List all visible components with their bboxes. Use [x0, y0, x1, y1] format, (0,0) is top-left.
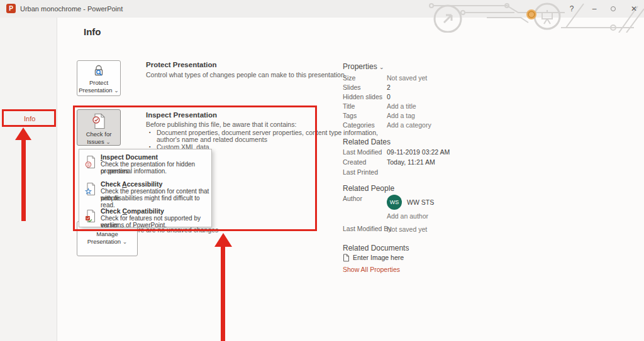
check-compatibility-icon	[84, 209, 97, 223]
protect-section-description: Control what types of changes people can…	[146, 71, 347, 78]
menu-item-inspect-document[interactable]: Inspect Document Check the presentation …	[79, 153, 211, 178]
sidebar-item-info[interactable]: Info	[24, 115, 35, 122]
protect-button-label: Presentation	[79, 87, 112, 94]
annotation-arrowhead-up	[214, 233, 232, 247]
inspect-section-heading: Inspect Presentation	[146, 111, 217, 119]
property-value: 0	[387, 93, 391, 100]
check-for-issues-button[interactable]: Check for Issues ⌄	[77, 109, 121, 146]
protect-presentation-button[interactable]: Protect Presentation ⌄	[77, 60, 121, 96]
chevron-down-icon: ⌄	[114, 87, 119, 94]
last-modified-by-label: Last Modified By	[343, 225, 392, 232]
property-value: 2	[387, 84, 391, 91]
date-value: 09-11-2019 03:22 AM	[387, 148, 450, 156]
date-label: Created	[343, 158, 366, 166]
author-name: WW STS	[407, 198, 434, 206]
property-value: Not saved yet	[387, 74, 427, 82]
properties-header[interactable]: Properties ⌄	[343, 62, 384, 71]
protect-section-heading: Protect Presentation	[146, 61, 216, 68]
close-button[interactable]: ✕	[627, 0, 641, 18]
property-value-add-tag[interactable]: Add a tag	[387, 112, 415, 119]
check-issues-button-label: Check for	[86, 131, 112, 138]
last-modified-by-value: Not saved yet	[387, 225, 427, 233]
menu-item-title: Check Compatibility	[101, 207, 164, 215]
property-label: Slides	[343, 84, 361, 91]
inspect-bullet-text: author's name and related documents	[157, 136, 267, 143]
property-value-add-title[interactable]: Add a title	[387, 102, 416, 110]
check-for-issues-menu: Inspect Document Check the presentation …	[79, 149, 212, 227]
maximize-button[interactable]	[611, 6, 616, 11]
chevron-down-icon: ⌄	[106, 139, 111, 145]
date-value: Today, 11:21 AM	[387, 158, 435, 166]
check-issues-button-label: Issues	[87, 138, 104, 145]
inspect-document-icon	[84, 155, 97, 169]
titlebar: P Urban monochrome - PowerPoint	[0, 0, 644, 18]
chevron-down-icon: ⌄	[123, 239, 128, 245]
property-label: Hidden slides	[343, 93, 382, 100]
property-label: Categories	[343, 121, 375, 129]
manage-button-label: Presentation	[87, 238, 121, 245]
bullet-icon: ▪	[149, 144, 150, 149]
menu-item-title: Check Accessibility	[101, 180, 162, 188]
minimize-button[interactable]: –	[587, 0, 601, 18]
related-dates-header: Related Dates	[343, 138, 391, 146]
property-value-add-category[interactable]: Add a category	[387, 121, 431, 129]
related-document-link[interactable]: Enter Image here	[353, 254, 404, 261]
check-accessibility-icon	[84, 182, 97, 196]
menu-item-check-accessibility[interactable]: Check Accessibility Check the presentati…	[79, 180, 211, 205]
date-label: Last Printed	[343, 168, 378, 176]
menu-item-description: or personal information.	[101, 168, 167, 175]
menu-item-description: versions of PowerPoint.	[101, 222, 167, 229]
document-icon	[343, 254, 350, 262]
author-avatar[interactable]: WS	[387, 195, 402, 210]
related-documents-header: Related Documents	[343, 244, 409, 252]
property-label: Title	[343, 102, 355, 110]
menu-item-title: Inspect Document	[101, 153, 158, 161]
show-all-properties-link[interactable]: Show All Properties	[343, 266, 400, 273]
add-author-field[interactable]: Add an author	[387, 212, 428, 220]
protect-button-label: Protect	[89, 79, 108, 86]
property-label: Tags	[343, 112, 357, 119]
help-button[interactable]: ?	[565, 0, 579, 18]
powerpoint-backstage-info: P Urban monochrome - PowerPoint ? – ✕	[0, 0, 644, 341]
backstage-sidebar	[0, 18, 57, 341]
author-label: Author	[343, 195, 362, 202]
protect-lock-icon	[92, 64, 106, 78]
annotation-arrow-shaft	[221, 246, 225, 341]
page-title: Info	[84, 26, 101, 37]
chevron-down-icon: ⌄	[379, 64, 384, 70]
related-people-header: Related People	[343, 184, 394, 193]
property-label: Size	[343, 74, 355, 82]
inspect-section-intro: Before publishing this file, be aware th…	[146, 121, 296, 128]
menu-item-check-compatibility[interactable]: Check Compatibility Check for features n…	[79, 207, 211, 232]
powerpoint-app-icon: P	[6, 4, 16, 13]
check-for-issues-icon	[91, 113, 106, 129]
date-label: Last Modified	[343, 148, 382, 156]
window-title: Urban monochrome - PowerPoint	[20, 0, 123, 18]
bullet-icon: ▪	[149, 130, 150, 134]
